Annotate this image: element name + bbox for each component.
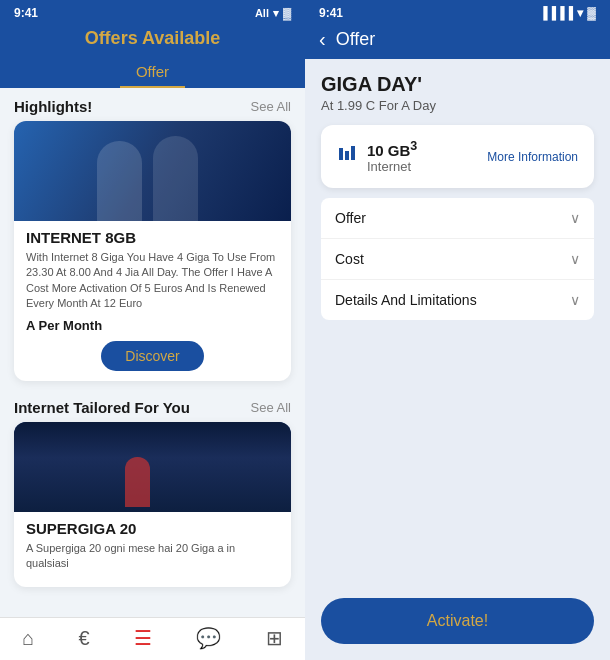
accordion-details[interactable]: Details And Limitations ∨ (321, 280, 594, 320)
tab-offer[interactable]: Offer (120, 57, 185, 88)
highlights-header: Highlights! See All (0, 88, 305, 121)
grid-icon: ⊞ (266, 626, 283, 650)
chevron-down-details-icon: ∨ (570, 292, 580, 308)
status-icons-right: ▐▐▐▐ ▾ ▓ (539, 6, 596, 20)
offer-card-2: SUPERGIGA 20 A Supergiga 20 ogni mese ha… (14, 422, 291, 588)
giga-header: GIGA DAY' At 1.99 C For A Day (305, 59, 610, 121)
back-button[interactable]: ‹ (319, 28, 326, 51)
offer-2-desc: A Supergiga 20 ogni mese hai 20 Giga a i… (26, 541, 279, 572)
battery-icon-right: ▓ (587, 6, 596, 20)
accordion-cost[interactable]: Cost ∨ (321, 239, 594, 280)
people-silhouette (14, 121, 291, 221)
nav-home[interactable]: ⌂ (22, 627, 34, 650)
status-bar-left: 9:41 All ▾ ▓ (0, 0, 305, 24)
svg-rect-1 (345, 151, 349, 160)
section2-see-all[interactable]: See All (251, 400, 291, 415)
spacer (305, 326, 610, 588)
offer-2-name: SUPERGIGA 20 (26, 520, 279, 537)
right-bottom: Activate! (305, 588, 610, 660)
person-2 (153, 136, 198, 221)
discover-button[interactable]: Discover (101, 341, 203, 371)
chat-icon: 💬 (196, 626, 221, 650)
carrier-left: All (255, 7, 269, 19)
accordion-offer-label: Offer (335, 210, 366, 226)
giga-type: Internet (367, 159, 417, 174)
offer-card-2-body: SUPERGIGA 20 A Supergiga 20 ogni mese ha… (14, 512, 291, 588)
tab-bar: Offer (0, 57, 305, 88)
more-information-link[interactable]: More Information (487, 150, 578, 164)
offer-card-1-body: INTERNET 8GB With Internet 8 Giga You Ha… (14, 221, 291, 381)
offer-1-price: A Per Month (26, 318, 279, 333)
euro-icon: € (79, 627, 90, 650)
offer-card-1-image (14, 121, 291, 221)
accordion-details-label: Details And Limitations (335, 292, 477, 308)
right-content: GIGA DAY' At 1.99 C For A Day 10 GB3 In (305, 59, 610, 660)
activate-button[interactable]: Activate! (321, 598, 594, 644)
offer-card-1: INTERNET 8GB With Internet 8 Giga You Ha… (14, 121, 291, 381)
wifi-icon-right: ▾ (577, 6, 583, 20)
giga-subtitle: At 1.99 C For A Day (321, 98, 594, 113)
home-icon: ⌂ (22, 627, 34, 650)
nav-grid[interactable]: ⊞ (266, 626, 283, 650)
accordion-offer[interactable]: Offer ∨ (321, 198, 594, 239)
section2-title: Internet Tailored For You (14, 399, 190, 416)
battery-icon-left: ▓ (283, 7, 291, 19)
giga-title: GIGA DAY' (321, 73, 594, 96)
status-bar-right: 9:41 ▐▐▐▐ ▾ ▓ (305, 0, 610, 24)
nav-chat[interactable]: 💬 (196, 626, 221, 650)
left-header: Offers Available (0, 24, 305, 57)
person-1 (97, 141, 142, 221)
svg-rect-0 (339, 148, 343, 160)
giga-data-info: 10 GB3 Internet (367, 139, 417, 174)
left-content: Highlights! See All INTERNET 8GB With In… (0, 88, 305, 617)
time-right: 9:41 (319, 6, 343, 20)
highlights-see-all[interactable]: See All (251, 99, 291, 114)
chevron-down-cost-icon: ∨ (570, 251, 580, 267)
dancer-silhouette (125, 457, 150, 507)
time-left: 9:41 (14, 6, 38, 20)
status-icons-left: All ▾ ▓ (255, 7, 291, 20)
section2-header: Internet Tailored For You See All (0, 391, 305, 422)
accordion-section: Offer ∨ Cost ∨ Details And Limitations ∨ (321, 198, 594, 320)
offer-card-1-bg (14, 121, 291, 221)
left-panel: 9:41 All ▾ ▓ Offers Available Offer High… (0, 0, 305, 660)
bottom-nav: ⌂ € ☰ 💬 ⊞ (0, 617, 305, 660)
signal-icon-right: ▐▐▐▐ (539, 6, 573, 20)
menu-icon: ☰ (134, 626, 152, 650)
right-header-title: Offer (336, 29, 376, 50)
giga-data-icon (337, 144, 357, 169)
accordion-cost-label: Cost (335, 251, 364, 267)
nav-euro[interactable]: € (79, 627, 90, 650)
giga-amount: 10 GB3 (367, 139, 417, 159)
page-title-left: Offers Available (0, 28, 305, 49)
giga-info: 10 GB3 Internet (337, 139, 417, 174)
offer-card-2-image (14, 422, 291, 512)
nav-menu[interactable]: ☰ (134, 626, 152, 650)
chevron-down-offer-icon: ∨ (570, 210, 580, 226)
right-header: ‹ Offer (305, 24, 610, 59)
right-panel: 9:41 ▐▐▐▐ ▾ ▓ ‹ Offer GIGA DAY' At 1.99 … (305, 0, 610, 660)
svg-rect-2 (351, 146, 355, 160)
offer-1-name: INTERNET 8GB (26, 229, 279, 246)
highlights-title: Highlights! (14, 98, 92, 115)
wifi-icon-left: ▾ (273, 7, 279, 20)
night-scene (14, 422, 291, 512)
giga-card: 10 GB3 Internet More Information (321, 125, 594, 188)
offer-1-desc: With Internet 8 Giga You Have 4 Giga To … (26, 250, 279, 312)
